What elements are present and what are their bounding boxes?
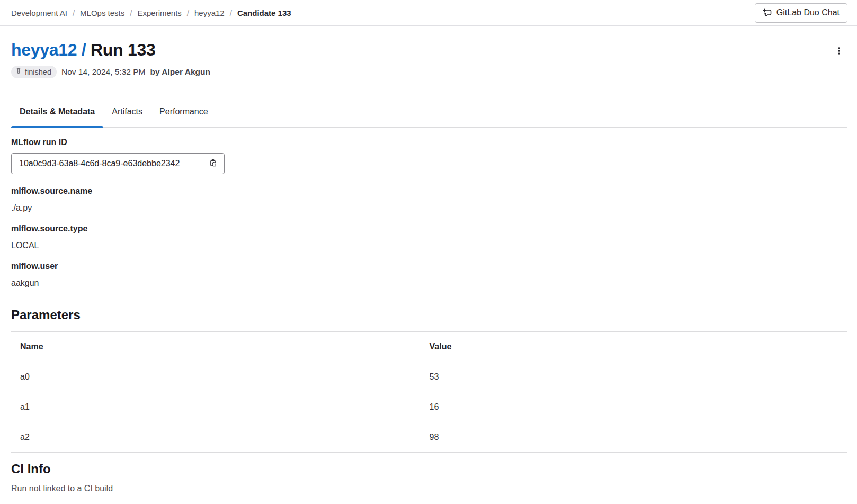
breadcrumb: Development AI / MLOps tests / Experimen… — [11, 8, 291, 17]
param-value: 98 — [430, 422, 848, 453]
run-author: by Alper Akgun — [150, 67, 210, 77]
details-metadata-panel: MLflow run ID 10a0c9d3-63a8-4c6d-8ca9-e6… — [11, 137, 847, 288]
parameters-table: Name Value a0 53 a1 16 a2 98 — [11, 331, 847, 453]
breadcrumb-link-experiment[interactable]: heyya12 — [194, 8, 225, 17]
breadcrumb-separator: / — [73, 8, 75, 17]
test-tube-icon — [15, 68, 22, 77]
tab-details-metadata[interactable]: Details & Metadata — [11, 97, 103, 127]
table-row: a0 53 — [11, 362, 847, 392]
breadcrumb-link-project[interactable]: MLOps tests — [80, 8, 124, 17]
run-timestamp: Nov 14, 2024, 5:32 PM — [61, 67, 146, 77]
duo-chat-button[interactable]: GitLab Duo Chat — [755, 3, 847, 23]
top-bar: Development AI / MLOps tests / Experimen… — [0, 0, 857, 26]
metadata-value: LOCAL — [11, 240, 847, 250]
breadcrumb-separator: / — [230, 8, 232, 17]
run-name: Run 133 — [91, 40, 155, 59]
experiment-link[interactable]: heyya12 / — [11, 40, 86, 59]
breadcrumb-link-group[interactable]: Development AI — [11, 8, 67, 17]
tab-artifacts[interactable]: Artifacts — [103, 97, 151, 127]
param-name: a0 — [11, 362, 430, 392]
column-header-name: Name — [11, 332, 430, 362]
breadcrumb-link-experiments[interactable]: Experiments — [137, 8, 181, 17]
run-id-label: MLflow run ID — [11, 137, 847, 147]
title-row: heyya12 / Run 133 — [11, 40, 847, 60]
ci-info-heading: CI Info — [11, 461, 847, 477]
ellipsis-vertical-icon — [835, 47, 843, 57]
param-value: 53 — [430, 362, 848, 392]
table-header-row: Name Value — [11, 332, 847, 362]
status-badge: finished — [11, 66, 57, 78]
table-row: a1 16 — [11, 392, 847, 422]
breadcrumb-current: Candidate 133 — [237, 8, 291, 17]
duo-chat-icon — [763, 8, 772, 17]
table-row: a2 98 — [11, 422, 847, 453]
column-header-value: Value — [430, 332, 848, 362]
tab-performance[interactable]: Performance — [151, 97, 217, 127]
param-name: a2 — [11, 422, 430, 453]
breadcrumb-separator: / — [187, 8, 189, 17]
run-id-field[interactable]: 10a0c9d3-63a8-4c6d-8ca9-e63debbe2342 — [11, 153, 225, 174]
tab-bar: Details & Metadata Artifacts Performance — [11, 97, 847, 128]
metadata-label: mlflow.source.name — [11, 186, 847, 196]
more-actions-button[interactable] — [831, 43, 847, 60]
status-badge-label: finished — [25, 68, 51, 76]
parameters-heading: Parameters — [11, 307, 847, 323]
metadata-label: mlflow.source.type — [11, 223, 847, 233]
param-value: 16 — [430, 392, 848, 422]
metadata-label: mlflow.user — [11, 261, 847, 271]
page-title: heyya12 / Run 133 — [11, 40, 155, 60]
metadata-value: aakgun — [11, 278, 847, 288]
breadcrumb-separator: / — [130, 8, 132, 17]
run-id-value: 10a0c9d3-63a8-4c6d-8ca9-e63debbe2342 — [19, 159, 180, 168]
ci-info-message: Run not linked to a CI build — [11, 483, 847, 493]
param-name: a1 — [11, 392, 430, 422]
metadata-value: ./a.py — [11, 203, 847, 213]
run-status-row: finished Nov 14, 2024, 5:32 PM by Alper … — [11, 66, 847, 78]
duo-chat-button-label: GitLab Duo Chat — [776, 8, 840, 17]
copy-run-id-button[interactable] — [206, 157, 220, 170]
copy-to-clipboard-icon — [209, 159, 217, 169]
candidate-detail-page: heyya12 / Run 133 finished Nov 14, 2024,… — [0, 40, 857, 493]
